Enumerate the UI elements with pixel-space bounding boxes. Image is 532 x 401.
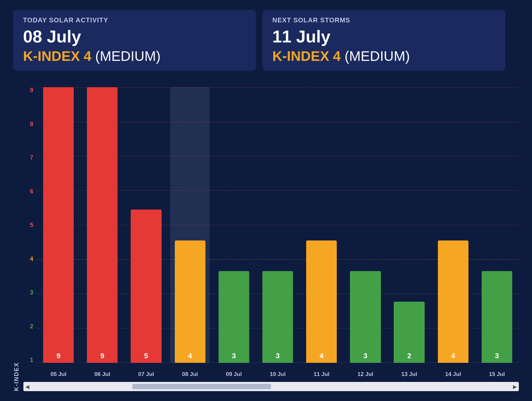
bar-group-08-Jul: 4 [168, 87, 212, 363]
x-label-15-Jul: 15 Jul [475, 371, 519, 378]
bar-label-11-Jul: 4 [320, 352, 324, 360]
y-tick-9: 9 [23, 87, 33, 93]
x-label-06-Jul: 06 Jul [80, 371, 124, 378]
bars-area: 99543343243 05 Jul06 Jul07 Jul08 Jul09 J… [37, 84, 519, 379]
next-card-kindex: K-INDEX 4 (MEDIUM) [272, 48, 495, 64]
bar-label-14-Jul: 4 [451, 352, 455, 360]
scrollbar-thumb[interactable] [132, 384, 271, 389]
bar-group-14-Jul: 4 [431, 87, 475, 363]
x-label-05-Jul: 05 Jul [37, 371, 80, 378]
bar-group-09-Jul: 3 [212, 87, 256, 363]
bar-label-12-Jul: 3 [363, 352, 367, 360]
bar-08-Jul: 4 [175, 240, 205, 363]
y-tick-6: 6 [23, 188, 33, 194]
bar-group-05-Jul: 9 [37, 87, 80, 363]
bar-label-07-Jul: 5 [144, 352, 148, 360]
x-label-13-Jul: 13 Jul [387, 371, 431, 378]
y-tick-1: 1 [23, 357, 33, 363]
y-tick-3: 3 [23, 289, 33, 295]
chart-with-yaxis: 123456789 99543343243 05 Jul06 Jul07 Jul… [23, 84, 519, 379]
bar-06-Jul: 9 [87, 87, 118, 363]
bar-09-Jul: 3 [219, 271, 249, 363]
bar-14-Jul: 4 [438, 240, 468, 363]
bar-13-Jul: 2 [394, 302, 424, 363]
x-label-11-Jul: 11 Jul [300, 371, 343, 378]
bar-label-08-Jul: 4 [188, 352, 192, 360]
chart-area: K-INDEX 123456789 99543343243 05 Jul06 J… [13, 84, 519, 391]
x-label-12-Jul: 12 Jul [343, 371, 387, 378]
next-card-subtitle: NEXT SOLAR STORMS [272, 16, 495, 24]
bar-group-15-Jul: 3 [475, 87, 519, 363]
x-label-14-Jul: 14 Jul [431, 371, 475, 378]
bar-group-13-Jul: 2 [387, 87, 431, 363]
y-axis-label: K-INDEX [13, 84, 20, 391]
bar-group-12-Jul: 3 [343, 87, 387, 363]
next-card-date: 11 July [272, 27, 495, 46]
today-card: TODAY SOLAR ACTIVITY 08 July K-INDEX 4 (… [13, 10, 256, 71]
today-card-kindex: K-INDEX 4 (MEDIUM) [23, 48, 246, 64]
bar-group-10-Jul: 3 [256, 87, 300, 363]
bar-11-Jul: 4 [306, 240, 337, 363]
today-kindex-value: K-INDEX 4 [23, 48, 92, 64]
bar-group-06-Jul: 9 [80, 87, 124, 363]
y-tick-4: 4 [23, 256, 33, 262]
x-labels: 05 Jul06 Jul07 Jul08 Jul09 Jul10 Jul11 J… [37, 371, 519, 378]
today-card-date: 08 July [23, 27, 246, 46]
bar-05-Jul: 9 [43, 87, 74, 363]
y-tick-8: 8 [23, 121, 33, 127]
x-label-09-Jul: 09 Jul [212, 371, 256, 378]
y-tick-7: 7 [23, 155, 33, 161]
bar-group-07-Jul: 5 [124, 87, 168, 363]
bar-label-06-Jul: 9 [100, 352, 104, 360]
bar-15-Jul: 3 [482, 271, 512, 363]
x-label-08-Jul: 08 Jul [168, 371, 212, 378]
bar-label-05-Jul: 9 [56, 352, 60, 360]
today-card-subtitle: TODAY SOLAR ACTIVITY [23, 16, 246, 24]
x-label-07-Jul: 07 Jul [124, 371, 168, 378]
bar-label-15-Jul: 3 [495, 352, 499, 360]
bar-12-Jul: 3 [350, 271, 381, 363]
today-kindex-label: (MEDIUM) [92, 48, 161, 64]
next-kindex-value: K-INDEX 4 [272, 48, 341, 64]
y-tick-2: 2 [23, 323, 33, 329]
scroll-right-arrow[interactable]: ▶ [513, 384, 517, 390]
next-kindex-label: (MEDIUM) [341, 48, 410, 64]
bar-label-13-Jul: 2 [407, 352, 411, 360]
bar-group-11-Jul: 4 [300, 87, 343, 363]
top-cards: TODAY SOLAR ACTIVITY 08 July K-INDEX 4 (… [13, 10, 519, 71]
bars-container: 99543343243 [37, 87, 519, 363]
scrollbar[interactable]: ◀ ▶ [23, 382, 519, 391]
bar-label-10-Jul: 3 [276, 352, 279, 360]
chart-inner: 123456789 99543343243 05 Jul06 Jul07 Jul… [23, 84, 519, 391]
bar-07-Jul: 5 [131, 210, 161, 363]
bar-label-09-Jul: 3 [232, 352, 236, 360]
bar-10-Jul: 3 [262, 271, 293, 363]
y-ticks: 123456789 [23, 84, 33, 379]
x-label-10-Jul: 10 Jul [256, 371, 300, 378]
y-tick-5: 5 [23, 222, 33, 228]
next-card: NEXT SOLAR STORMS 11 July K-INDEX 4 (MED… [262, 10, 505, 71]
scroll-left-arrow[interactable]: ◀ [25, 384, 29, 390]
